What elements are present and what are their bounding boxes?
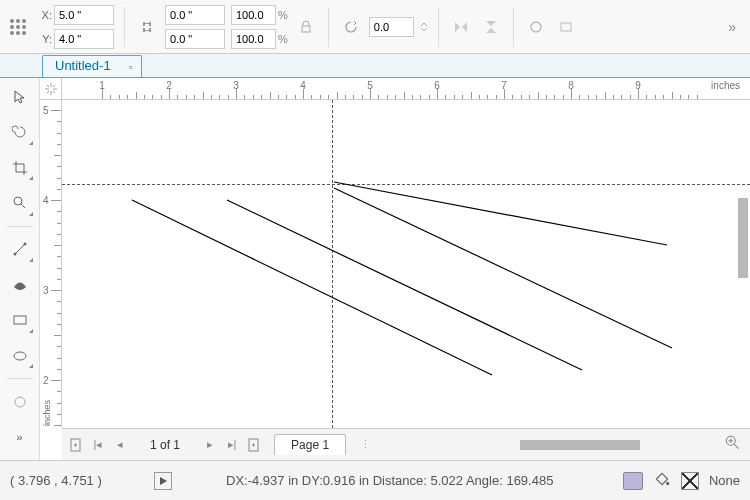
- mirror-vertical-icon: [483, 19, 499, 35]
- circle-icon: [12, 394, 28, 410]
- shape-tool[interactable]: [5, 117, 35, 146]
- canvas-area: inches 123456789 inches 5432 |◂ ◂ 1 of: [40, 78, 750, 460]
- magnifier-icon: [12, 195, 28, 211]
- last-page-button[interactable]: ▸|: [222, 435, 242, 455]
- toolbox-separator: [7, 378, 33, 379]
- wrap-button[interactable]: [554, 15, 578, 39]
- crop-tool[interactable]: [5, 153, 35, 182]
- toolbox-expand-button[interactable]: »: [5, 423, 35, 452]
- lock-ratio-button[interactable]: [135, 15, 159, 39]
- document-tab-title: Untitled-1: [55, 58, 111, 73]
- page-navigator: |◂ ◂ 1 of 1 ▸ ▸| Page 1 ⋮: [62, 428, 750, 460]
- height-input[interactable]: [165, 29, 225, 49]
- page-tab[interactable]: Page 1: [274, 434, 346, 455]
- mirror-v-button[interactable]: [479, 15, 503, 39]
- position-group: X: Y:: [36, 4, 114, 50]
- percent-label: %: [278, 9, 288, 21]
- ruler-origin[interactable]: [40, 78, 62, 100]
- crosshair-icon: [45, 83, 57, 95]
- horizontal-ruler[interactable]: inches 123456789: [62, 78, 750, 100]
- zoom-tool[interactable]: [5, 188, 35, 217]
- vertical-scrollbar-thumb[interactable]: [738, 198, 748, 278]
- svg-point-16: [666, 482, 669, 485]
- spiral-icon: [12, 124, 28, 140]
- scale-x-input[interactable]: [231, 5, 276, 25]
- mirror-horizontal-icon: [453, 19, 469, 35]
- cursor-coordinates: ( 3.796 , 4.751 ): [10, 473, 140, 488]
- spinner-icon[interactable]: [420, 22, 428, 32]
- rotation-input[interactable]: [369, 17, 414, 37]
- document-tab-bar: Untitled-1 ▫: [0, 54, 750, 78]
- paint-bucket-icon: [653, 470, 671, 488]
- svg-point-3: [14, 197, 22, 205]
- ellipse-tool[interactable]: [5, 341, 35, 370]
- divider: [438, 7, 439, 47]
- object-origin-button[interactable]: [6, 15, 30, 39]
- status-bar: ( 3.796 , 4.751 ) DX:-4.937 in DY:0.916 …: [0, 460, 750, 500]
- y-label: Y:: [36, 33, 52, 45]
- lock-scale-button[interactable]: [294, 15, 318, 39]
- main-area: » inches 123456789 inches 5432: [0, 78, 750, 460]
- page-counter: 1 of 1: [132, 438, 198, 452]
- scale-y-input[interactable]: [231, 29, 276, 49]
- freehand-tool[interactable]: [5, 235, 35, 264]
- play-button[interactable]: [154, 472, 172, 490]
- horizontal-scrollbar-thumb[interactable]: [520, 440, 640, 450]
- svg-rect-2: [561, 23, 571, 31]
- cursor-icon: [12, 89, 28, 105]
- x-input[interactable]: [54, 5, 114, 25]
- scale-group: % %: [231, 4, 288, 50]
- toolbox-separator: [7, 226, 33, 227]
- svg-line-12: [334, 182, 667, 245]
- new-page-icon: [247, 438, 261, 452]
- color-proof-button[interactable]: [623, 472, 643, 490]
- document-tab[interactable]: Untitled-1 ▫: [42, 55, 142, 77]
- rectangle-tool[interactable]: [5, 305, 35, 334]
- lock-icon: [139, 19, 155, 35]
- wrap-icon: [558, 19, 574, 35]
- status-measurements: DX:-4.937 in DY:0.916 in Distance: 5.022…: [226, 473, 553, 488]
- polygon-tool[interactable]: [5, 387, 35, 416]
- y-input[interactable]: [54, 29, 114, 49]
- outline-button[interactable]: [524, 15, 548, 39]
- property-overflow-button[interactable]: »: [720, 19, 744, 35]
- zoom-to-fit-button[interactable]: [724, 434, 742, 454]
- page-options-icon[interactable]: ⋮: [360, 438, 371, 451]
- divider: [124, 7, 125, 47]
- property-bar: X: Y: % % »: [0, 0, 750, 54]
- vertical-ruler[interactable]: inches 5432: [40, 100, 62, 428]
- svg-point-1: [531, 22, 541, 32]
- origin-grid-icon: [10, 19, 26, 35]
- artistic-media-tool[interactable]: [5, 270, 35, 299]
- width-input[interactable]: [165, 5, 225, 25]
- add-page-after-button[interactable]: [244, 435, 264, 455]
- play-icon: [158, 476, 168, 486]
- fill-indicator[interactable]: [653, 470, 671, 491]
- svg-rect-6: [14, 316, 26, 324]
- divider: [328, 7, 329, 47]
- padlock-icon: [298, 19, 314, 35]
- rotate-button[interactable]: [339, 15, 363, 39]
- first-page-button[interactable]: |◂: [88, 435, 108, 455]
- close-icon[interactable]: ▫: [128, 60, 132, 74]
- magnifier-plus-icon: [724, 434, 742, 452]
- percent-label-2: %: [278, 33, 288, 45]
- svg-point-7: [14, 352, 26, 360]
- divider: [513, 7, 514, 47]
- crop-icon: [12, 160, 28, 176]
- line-segment-icon: [12, 241, 28, 257]
- add-page-button[interactable]: [66, 435, 86, 455]
- new-page-icon: [69, 438, 83, 452]
- prev-page-button[interactable]: ◂: [110, 435, 130, 455]
- pick-tool[interactable]: [5, 82, 35, 111]
- mirror-h-button[interactable]: [449, 15, 473, 39]
- next-page-button[interactable]: ▸: [200, 435, 220, 455]
- ruler-unit-label: inches: [711, 80, 740, 91]
- ellipse-icon: [12, 348, 28, 364]
- drawing-canvas[interactable]: [62, 100, 750, 428]
- x-label: X:: [36, 9, 52, 21]
- no-fill-swatch[interactable]: [681, 472, 699, 490]
- rectangle-icon: [12, 312, 28, 328]
- svg-rect-0: [302, 26, 310, 32]
- rotate-icon: [343, 19, 359, 35]
